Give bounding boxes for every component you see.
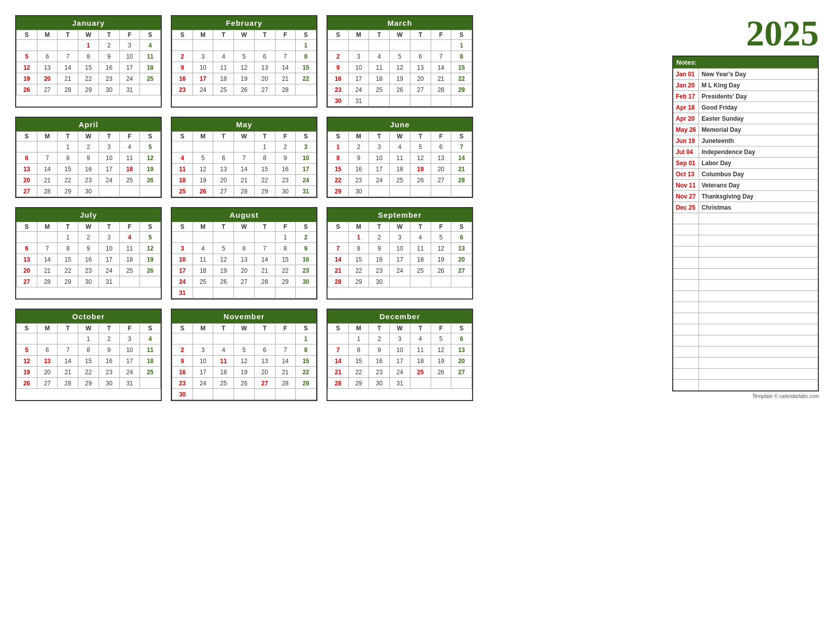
calendar-day: 12 <box>234 62 255 73</box>
notes-empty-row <box>673 346 818 358</box>
cal-table: SMTWTFS123456789101112131415161718192021… <box>16 222 161 287</box>
calendar-day: 14 <box>328 254 349 265</box>
calendar-day: 9 <box>172 356 193 367</box>
calendar-day: 26 <box>17 378 37 389</box>
month-calendar-september: SeptemberSMTWTFS123456789101112131415161… <box>327 207 473 300</box>
calendar-day: 16 <box>99 62 119 73</box>
holiday-name: Columbus Day <box>699 169 818 180</box>
day-header: S <box>451 222 472 232</box>
calendar-day: 3 <box>99 141 119 153</box>
day-header: F <box>119 222 140 232</box>
day-header: S <box>172 324 193 333</box>
calendar-day: 28 <box>58 84 78 95</box>
calendar-day: 4 <box>410 232 431 243</box>
month-calendar-october: OctoberSMTWTFS12345678910111213141516171… <box>15 309 162 401</box>
calendar-day <box>37 232 58 243</box>
calendar-day: 10 <box>390 344 410 356</box>
calendar-day: 1 <box>78 333 99 344</box>
calendar-day: 24 <box>369 175 390 186</box>
calendar-day: 19 <box>431 254 451 265</box>
calendar-day: 8 <box>296 344 316 356</box>
calendar-day: 22 <box>296 73 316 84</box>
day-header: T <box>369 222 390 232</box>
month-header: August <box>172 208 316 222</box>
holiday-row: Jul 04Independence Day <box>673 146 818 158</box>
calendar-day <box>213 141 234 153</box>
calendar-day: 21 <box>58 73 78 84</box>
calendar-day: 25 <box>172 186 193 197</box>
calendar-day: 12 <box>431 243 451 254</box>
calendar-day: 14 <box>275 62 296 73</box>
calendar-day: 7 <box>431 51 451 62</box>
calendar-day: 17 <box>193 367 213 378</box>
calendar-row: JanuarySMTWTFS12345678910111213141516171… <box>15 15 662 108</box>
calendar-day <box>296 389 316 400</box>
calendar-day <box>193 40 213 51</box>
calendar-day: 1 <box>78 40 99 51</box>
day-header: F <box>275 132 296 141</box>
calendar-day: 19 <box>213 265 234 276</box>
calendar-day: 9 <box>369 344 390 356</box>
calendar-day: 18 <box>119 164 140 175</box>
calendar-day: 7 <box>275 344 296 356</box>
calendar-day: 2 <box>328 51 349 62</box>
day-header: T <box>213 324 234 333</box>
calendar-day: 24 <box>119 73 140 84</box>
calendar-day: 17 <box>172 265 193 276</box>
calendar-day: 22 <box>451 73 472 84</box>
cal-table: SMTWTFS123456789101112131415161718192021… <box>16 30 161 95</box>
calendar-day: 1 <box>451 40 472 51</box>
calendar-day: 7 <box>58 51 78 62</box>
calendar-day <box>213 389 234 400</box>
calendar-day: 3 <box>369 141 390 153</box>
calendar-day: 8 <box>451 51 472 62</box>
calendar-day: 4 <box>369 51 390 62</box>
calendar-day: 31 <box>119 378 140 389</box>
calendar-day <box>369 95 390 107</box>
holiday-row: Dec 25Christmas <box>673 202 818 213</box>
calendar-day: 17 <box>348 73 369 84</box>
calendar-day: 26 <box>431 367 451 378</box>
calendar-day: 27 <box>451 367 472 378</box>
calendar-day: 11 <box>369 62 390 73</box>
calendar-day: 27 <box>254 84 275 95</box>
day-header: F <box>431 222 451 232</box>
calendar-day: 23 <box>369 367 390 378</box>
calendar-day: 13 <box>451 243 472 254</box>
calendar-day: 2 <box>78 141 99 153</box>
calendar-day: 22 <box>328 175 349 186</box>
calendar-day: 14 <box>431 62 451 73</box>
calendar-day: 6 <box>451 333 472 344</box>
calendar-day: 2 <box>172 344 193 356</box>
calendar-day: 1 <box>58 141 78 153</box>
calendar-day <box>431 95 451 107</box>
calendar-day: 18 <box>140 62 161 73</box>
calendar-day <box>17 232 37 243</box>
day-header: T <box>254 222 275 232</box>
day-header: S <box>172 30 193 40</box>
calendar-day <box>451 95 472 107</box>
holiday-date: Jun 19 <box>673 135 699 146</box>
calendar-day: 24 <box>99 265 119 276</box>
holiday-row: Apr 20Easter Sunday <box>673 113 818 124</box>
calendar-day: 3 <box>390 232 410 243</box>
calendar-day: 27 <box>451 265 472 276</box>
holiday-date: Jul 04 <box>673 146 699 158</box>
day-header: W <box>234 132 255 141</box>
calendar-day: 22 <box>348 265 369 276</box>
calendar-day <box>410 378 431 389</box>
calendar-day: 20 <box>17 175 37 186</box>
calendar-day: 13 <box>37 356 58 367</box>
calendar-day: 15 <box>296 62 316 73</box>
calendar-day <box>410 276 431 287</box>
calendar-day <box>58 40 78 51</box>
holiday-date: Oct 13 <box>673 169 699 180</box>
calendar-day: 10 <box>119 344 140 356</box>
calendar-day: 21 <box>328 367 349 378</box>
day-header: S <box>451 324 472 333</box>
day-header: S <box>17 132 37 141</box>
calendar-day: 16 <box>369 254 390 265</box>
day-header: S <box>296 132 316 141</box>
notes-empty-row <box>673 358 818 369</box>
month-header: May <box>172 118 316 131</box>
